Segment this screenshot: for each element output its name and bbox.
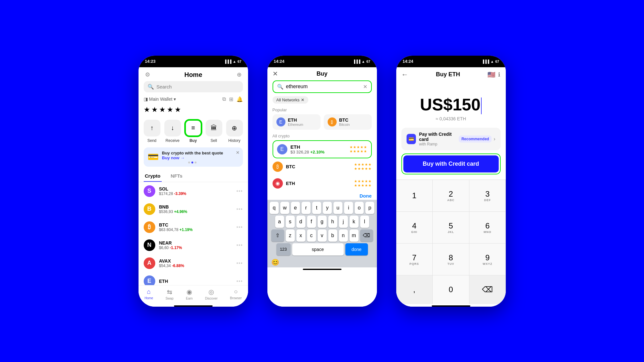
- wallet-options-icon[interactable]: ⊕: [237, 71, 242, 78]
- key-v[interactable]: v: [318, 229, 327, 242]
- key-s[interactable]: s: [286, 216, 295, 228]
- key-123[interactable]: 123: [276, 243, 291, 255]
- key-o[interactable]: o: [355, 202, 364, 214]
- payment-name: Pay with Credit card: [419, 132, 459, 142]
- eth-highlighted-item[interactable]: E ETH $3 326,28 +2.10% ★★★★★★★★★★: [273, 140, 372, 158]
- num-2[interactable]: 2 ABC: [433, 180, 469, 211]
- popular-btc[interactable]: ₿ BTC Bitcoin: [324, 114, 372, 130]
- status-bar-2: 14:24 ▐▐▐ ▲ 67: [267, 56, 377, 67]
- qr-icon[interactable]: ⊞: [229, 96, 233, 102]
- info-icon[interactable]: ℹ: [498, 71, 500, 78]
- earn-icon: ◉: [187, 288, 192, 296]
- key-z[interactable]: z: [286, 229, 295, 242]
- num-3[interactable]: 3 DEF: [469, 180, 506, 211]
- promo-text: Buy crypto with the best quote: [162, 151, 223, 155]
- buy-button[interactable]: ≡ Buy: [185, 120, 202, 143]
- bell-icon[interactable]: 🔔: [236, 96, 243, 102]
- copy-icon[interactable]: ⧉: [222, 96, 226, 102]
- key-w[interactable]: w: [280, 202, 289, 214]
- list-item[interactable]: B BNB $536,93 +4.96% •••: [139, 200, 248, 218]
- popular-eth[interactable]: E ETH Ethereum: [273, 114, 321, 130]
- key-j[interactable]: j: [339, 216, 348, 228]
- key-l[interactable]: l: [360, 216, 369, 228]
- nav-earn[interactable]: ◉ Earn: [186, 288, 193, 300]
- key-q[interactable]: q: [270, 202, 279, 214]
- nav-swap[interactable]: ⇆ Swap: [166, 288, 174, 300]
- close-button[interactable]: ✕: [273, 70, 278, 78]
- key-u[interactable]: u: [333, 202, 342, 214]
- crypto-row-eth2[interactable]: ◉ ETH ★★★★★ ★★★★★: [267, 175, 377, 192]
- key-backspace[interactable]: ⌫: [360, 229, 373, 242]
- nav-discover[interactable]: ◎ Discover: [205, 288, 217, 300]
- key-a[interactable]: a: [275, 216, 284, 228]
- key-b[interactable]: b: [328, 229, 337, 242]
- list-item[interactable]: A AVAX $54,34 -6.88% •••: [139, 254, 248, 272]
- wallet-label[interactable]: ◨ Main Wallet ▾: [144, 97, 176, 102]
- key-t[interactable]: t: [312, 202, 321, 214]
- num-5-digit: 5: [449, 221, 453, 230]
- num-7[interactable]: 7 PQRS: [396, 244, 433, 275]
- key-e[interactable]: e: [291, 202, 300, 214]
- near-change: -1.17%: [170, 246, 182, 250]
- key-done[interactable]: done: [345, 243, 368, 255]
- key-y[interactable]: y: [323, 202, 332, 214]
- buy-credit-card-button[interactable]: Buy with Credit card: [403, 155, 499, 172]
- key-f[interactable]: f: [307, 216, 316, 228]
- search-input[interactable]: [157, 84, 239, 89]
- payment-option[interactable]: 💳 Pay with Credit card with Ramp Recomme…: [401, 128, 501, 150]
- all-crypto-label: All crypto: [267, 134, 377, 140]
- network-tag[interactable]: All Networks ✕: [273, 96, 308, 104]
- num-9[interactable]: 9 WXYZ: [469, 244, 506, 275]
- key-g[interactable]: g: [318, 216, 327, 228]
- nav-home[interactable]: ⌂ Home: [145, 288, 153, 300]
- key-k[interactable]: k: [350, 216, 359, 228]
- receive-button[interactable]: ↓ Receive: [164, 120, 181, 143]
- num-1[interactable]: 1: [396, 180, 433, 211]
- key-space[interactable]: space: [292, 243, 344, 255]
- tab-nfts[interactable]: NFTs: [169, 171, 184, 182]
- flag-icon[interactable]: 🇺🇸: [487, 71, 495, 79]
- history-button[interactable]: ⊕ History: [226, 120, 243, 143]
- back-button[interactable]: ←: [401, 70, 409, 79]
- num-backspace[interactable]: ⌫: [469, 275, 506, 304]
- clear-icon[interactable]: ✕: [363, 84, 367, 90]
- key-i[interactable]: i: [344, 202, 353, 214]
- key-n[interactable]: n: [339, 229, 348, 242]
- key-d[interactable]: d: [296, 216, 305, 228]
- nav-browser[interactable]: ○ Browser: [230, 288, 242, 300]
- key-r[interactable]: r: [302, 202, 311, 214]
- promo-close-button[interactable]: ✕: [236, 150, 240, 155]
- key-shift[interactable]: ⇧: [271, 229, 284, 242]
- sell-button[interactable]: 🏛 Sell: [206, 120, 222, 143]
- num-8[interactable]: 8 TUV: [433, 244, 469, 275]
- search-input-2[interactable]: [286, 84, 360, 89]
- emoji-button[interactable]: 😊: [271, 258, 279, 266]
- list-item[interactable]: E ETH •••: [139, 272, 248, 285]
- settings-icon[interactable]: ⚙: [145, 71, 150, 78]
- promo-link[interactable]: Buy now →: [162, 155, 223, 160]
- num-0[interactable]: 0: [433, 275, 469, 304]
- receive-icon: ↓: [164, 120, 181, 136]
- buy-eth-title: Buy ETH: [436, 71, 460, 78]
- num-5[interactable]: 5 JKL: [433, 212, 469, 243]
- crypto-row-btc[interactable]: ₿ BTC ★★★★★ ★★★★★: [267, 158, 377, 175]
- popular-label: Popular: [267, 106, 377, 114]
- list-item[interactable]: S SOL $174,28 -3.39% •••: [139, 182, 248, 200]
- key-x[interactable]: x: [296, 229, 305, 242]
- done-button[interactable]: Done: [360, 193, 372, 199]
- btc-stars: ★★★★★: [354, 162, 372, 167]
- send-button[interactable]: ↑ Send: [144, 120, 160, 143]
- list-item[interactable]: N NEAR $6,60 -1.17% •••: [139, 236, 248, 254]
- key-m[interactable]: m: [350, 229, 359, 242]
- num-6[interactable]: 6 MNO: [469, 212, 506, 243]
- eth-search-change: +2.10%: [310, 150, 324, 154]
- list-item[interactable]: ₿ BTC $63 804,78 +1.19% •••: [139, 218, 248, 236]
- search-bar[interactable]: 🔍: [144, 81, 243, 92]
- key-h[interactable]: h: [328, 216, 337, 228]
- key-c[interactable]: c: [307, 229, 316, 242]
- num-comma[interactable]: ,: [396, 275, 433, 304]
- search-box[interactable]: 🔍 ✕: [273, 80, 372, 93]
- key-p[interactable]: p: [365, 202, 374, 214]
- num-4[interactable]: 4 GHI: [396, 212, 433, 243]
- tab-crypto[interactable]: Crypto: [144, 171, 162, 182]
